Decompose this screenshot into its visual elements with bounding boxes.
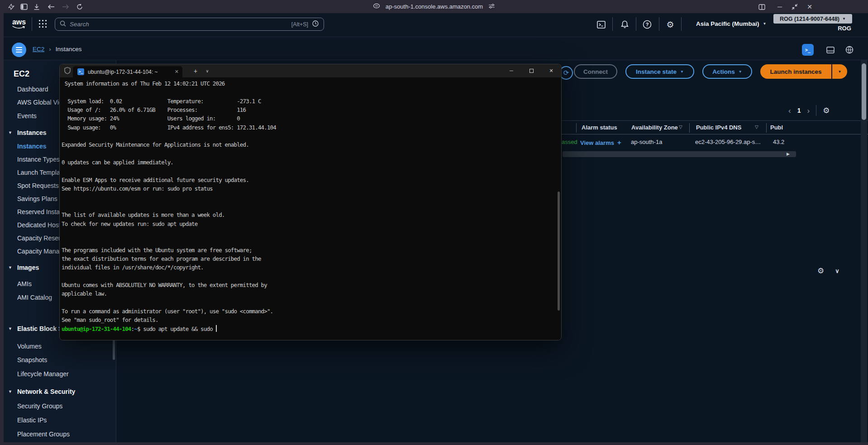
terminal-window-controls: ─ ✕ xyxy=(501,64,561,77)
split-panel-icon[interactable] xyxy=(825,44,836,56)
screen: ap-south-1.console.aws.amazon.com ─ ✕ aw… xyxy=(0,0,868,445)
terminal-window[interactable]: >_ ubuntu@ip-172-31-44-104: ~ ✕ + ∨ ─ ✕ … xyxy=(59,64,562,340)
section-collapse-icon: ▼ xyxy=(8,263,12,272)
cloudshell-panel-icon[interactable]: >_ xyxy=(802,44,814,56)
column-divider[interactable] xyxy=(689,123,690,133)
col-public-ipv4-dns[interactable]: Public IPv4 DNS xyxy=(696,124,741,131)
sidebar-section-instances[interactable]: ▼Instances xyxy=(17,128,47,137)
account-tab[interactable]: ROG (1214-9007-6448) ▼ xyxy=(773,14,852,24)
breadcrumb: EC2 › Instances xyxy=(33,46,82,53)
tab-close-icon[interactable]: ✕ xyxy=(175,69,179,75)
terminal-tab[interactable]: >_ ubuntu@ip-172-31-44-104: ~ ✕ xyxy=(73,66,182,77)
terminal-prompt-line: ubuntu@ip-172-31-44-104:~$ sudo apt upda… xyxy=(62,325,561,333)
terminal-cursor xyxy=(216,325,217,332)
sidebar-item-placement-groups[interactable]: Placement Groups xyxy=(17,430,70,439)
panel-settings-icon[interactable]: ⚙ xyxy=(817,266,824,275)
sidebar-item-elastic-ips[interactable]: Elastic IPs xyxy=(17,416,47,425)
notifications-bell-icon[interactable] xyxy=(619,19,630,30)
window-restore-icon[interactable] xyxy=(790,2,800,12)
sidebar-item-amis[interactable]: AMIs xyxy=(17,279,32,288)
launch-instances-button[interactable]: Launch instances xyxy=(760,64,831,79)
col-alarm-status[interactable]: Alarm status xyxy=(582,124,617,131)
powershell-icon: >_ xyxy=(77,68,84,75)
help-icon[interactable]: ? xyxy=(642,19,653,30)
url-text[interactable]: ap-south-1.console.aws.amazon.com xyxy=(386,3,483,10)
terminal-tab-title: ubuntu@ip-172-31-44-104: ~ xyxy=(88,69,172,75)
region-label: Asia Pacific (Mumbai) xyxy=(696,20,759,27)
divider xyxy=(636,17,636,31)
sidebar-section-network-security[interactable]: ▼Network & Security xyxy=(17,387,75,396)
cloudshell-icon[interactable] xyxy=(596,19,606,30)
address-bar[interactable]: ap-south-1.console.aws.amazon.com xyxy=(0,0,868,13)
column-divider[interactable] xyxy=(766,123,767,133)
window-frame xyxy=(0,13,4,445)
current-page[interactable]: 1 xyxy=(797,107,801,114)
divider xyxy=(816,105,816,116)
sidebar-item-spot-requests[interactable]: Spot Requests xyxy=(17,181,59,190)
prev-page-icon[interactable]: ‹ xyxy=(788,107,791,115)
panel-collapse-icon[interactable]: ∨ xyxy=(835,268,839,274)
sidebar-item-savings-plans[interactable]: Savings Plans xyxy=(17,194,57,203)
sidebar-item-ami-catalog[interactable]: AMI Catalog xyxy=(17,293,52,302)
settings-gear-icon[interactable]: ⚙ xyxy=(665,19,676,30)
chevron-down-icon: ▼ xyxy=(763,22,767,26)
account-menu[interactable]: ROG xyxy=(831,25,858,32)
services-grid-icon[interactable] xyxy=(38,19,48,29)
nav-menu-button[interactable] xyxy=(12,43,26,57)
sidebar-item-lifecycle-manager[interactable]: Lifecycle Manager xyxy=(17,369,69,378)
page-scrollbar[interactable] xyxy=(861,60,867,442)
preferences-globe-icon[interactable] xyxy=(844,44,855,56)
terminal-output[interactable]: System information as of Thu Feb 12 14:0… xyxy=(60,77,561,340)
sidebar-item-instance-types[interactable]: Instance Types xyxy=(17,155,60,164)
account-id-label: ROG (1214-9007-6448) xyxy=(780,16,839,22)
filter-icon[interactable]: ▽ xyxy=(755,124,758,129)
page-scrollbar-thumb[interactable] xyxy=(862,63,866,120)
new-tab-icon[interactable]: + xyxy=(190,67,201,76)
col-public-ipv4-address[interactable]: Publ xyxy=(770,124,783,131)
aws-logo[interactable]: aws xyxy=(11,18,27,30)
sidebar-title: EC2 xyxy=(14,69,29,79)
window-close-icon[interactable]: ✕ xyxy=(805,2,815,12)
sidebar-item-events[interactable]: Events xyxy=(17,111,37,120)
instance-state-dropdown[interactable]: Instance state▼ xyxy=(625,64,694,79)
tab-dropdown-icon[interactable]: ∨ xyxy=(203,67,212,76)
pagination: ‹ 1 › ⚙ xyxy=(788,105,830,116)
actions-dropdown[interactable]: Actions▼ xyxy=(702,64,752,79)
chevron-down-icon: ▼ xyxy=(680,70,684,74)
terminal-minimize-icon[interactable]: ─ xyxy=(501,64,521,77)
filter-icon[interactable]: ▽ xyxy=(679,124,682,129)
view-alarms-link[interactable]: View alarms+ xyxy=(580,139,621,146)
sidebar-item-volumes[interactable]: Volumes xyxy=(17,342,42,351)
terminal-scrollbar-thumb[interactable] xyxy=(558,191,560,311)
region-selector[interactable]: Asia Pacific (Mumbai) ▼ xyxy=(696,20,766,27)
column-divider[interactable] xyxy=(576,123,577,133)
table-settings-icon[interactable]: ⚙ xyxy=(823,106,830,115)
terminal-titlebar[interactable]: >_ ubuntu@ip-172-31-44-104: ~ ✕ + ∨ ─ ✕ xyxy=(60,64,561,77)
col-availability-zone[interactable]: Availability Zone xyxy=(631,124,678,131)
sidebar-item-dashboard[interactable]: Dashboard xyxy=(17,85,48,94)
sidebar-section-images[interactable]: ▼Images xyxy=(17,263,39,272)
sidebar-item-snapshots[interactable]: Snapshots xyxy=(17,355,47,364)
url-settings-icon[interactable] xyxy=(488,3,495,10)
window-minimize-icon[interactable]: ─ xyxy=(775,2,785,12)
window-frame xyxy=(0,442,868,445)
launch-instances-menu-button[interactable]: ▼ xyxy=(832,64,847,79)
breadcrumb-bar: EC2 › Instances >_ xyxy=(4,37,868,60)
shield-icon xyxy=(64,67,71,76)
add-alarm-icon[interactable]: + xyxy=(617,139,621,146)
search-shortcut-hint: [Alt+S] xyxy=(291,21,308,28)
breadcrumb-ec2-link[interactable]: EC2 xyxy=(33,46,44,53)
site-info-icon[interactable] xyxy=(373,3,380,10)
scroll-right-icon[interactable]: ▶ xyxy=(787,151,790,157)
sidebar-item-security-groups[interactable]: Security Groups xyxy=(17,402,62,411)
terminal-maximize-icon[interactable] xyxy=(521,64,541,77)
terminal-close-icon[interactable]: ✕ xyxy=(541,64,561,77)
search-history-icon[interactable] xyxy=(312,20,319,29)
split-view-icon[interactable] xyxy=(757,2,767,12)
connect-button[interactable]: Connect xyxy=(574,64,617,79)
next-page-icon[interactable]: › xyxy=(807,107,810,115)
sidebar-item-dedicated-hosts[interactable]: Dedicated Hosts xyxy=(17,220,64,230)
search-input[interactable]: Search [Alt+S] xyxy=(55,18,324,31)
table-horizontal-scrollbar[interactable]: ▶ xyxy=(563,151,796,157)
sidebar-item-instances[interactable]: Instances xyxy=(17,142,47,151)
